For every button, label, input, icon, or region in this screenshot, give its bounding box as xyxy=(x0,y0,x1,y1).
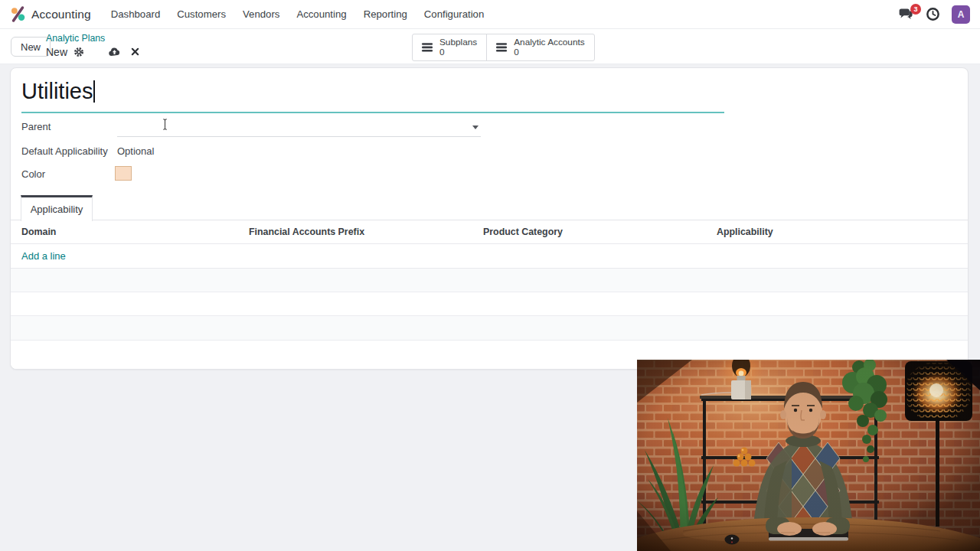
empty-table-row xyxy=(11,269,968,292)
breadcrumb-analytic-plans[interactable]: Analytic Plans xyxy=(46,34,139,44)
menu-customers[interactable]: Customers xyxy=(168,2,234,27)
notebook-tab-strip: Applicability xyxy=(11,195,968,220)
tab-applicability[interactable]: Applicability xyxy=(21,195,93,221)
vignette xyxy=(637,360,980,551)
text-cursor-pointer xyxy=(162,118,168,134)
messages-count-badge: 3 xyxy=(910,4,921,15)
menu-configuration[interactable]: Configuration xyxy=(416,2,492,27)
field-row-parent: Parent xyxy=(11,117,547,139)
stat-value: 0 xyxy=(439,47,477,57)
user-avatar[interactable]: A xyxy=(952,5,970,24)
plan-name-input[interactable]: Utilities xyxy=(21,78,95,104)
column-header-applicability: Applicability xyxy=(717,227,968,237)
parent-field-label: Parent xyxy=(21,117,51,137)
top-nav-bar: Accounting Dashboard Customers Vendors A… xyxy=(0,0,980,29)
column-header-domain: Domain xyxy=(11,227,249,237)
plan-name-value: Utilities xyxy=(21,79,93,103)
table-header-row: Domain Financial Accounts Prefix Product… xyxy=(11,220,968,244)
record-actions-button[interactable] xyxy=(74,47,84,57)
control-panel: New Analytic Plans New xyxy=(0,29,980,64)
column-header-product-category: Product Category xyxy=(483,227,717,237)
empty-table-row xyxy=(11,292,968,316)
breadcrumb-current: New xyxy=(46,46,67,58)
form-sheet: Utilities Parent Default Applicability O… xyxy=(10,67,969,370)
stat-label: Analytic Accounts xyxy=(514,37,584,47)
breadcrumb: Analytic Plans New xyxy=(46,34,139,58)
cloud-upload-icon xyxy=(108,47,121,57)
new-record-button[interactable]: New xyxy=(11,37,51,57)
list-bars-icon xyxy=(422,42,433,53)
list-bars-icon xyxy=(496,42,508,53)
empty-table-row xyxy=(11,316,968,341)
activities-button[interactable] xyxy=(926,7,940,21)
default-applicability-value[interactable]: Optional xyxy=(117,142,154,161)
systray: 3 A xyxy=(899,5,970,24)
parent-field-input[interactable] xyxy=(117,117,481,137)
x-icon xyxy=(131,47,139,56)
messages-button[interactable]: 3 xyxy=(899,8,914,21)
column-header-financial-accounts-prefix: Financial Accounts Prefix xyxy=(249,227,483,237)
logo-glyph xyxy=(11,7,25,21)
text-caret xyxy=(93,80,95,103)
stat-button-subplans[interactable]: Subplans 0 xyxy=(413,34,486,60)
menu-dashboard[interactable]: Dashboard xyxy=(103,2,169,27)
field-row-default-applicability: Default Applicability Optional xyxy=(11,142,547,163)
applicability-table: Domain Financial Accounts Prefix Product… xyxy=(11,220,968,369)
stat-label: Subplans xyxy=(439,37,477,47)
field-row-color: Color xyxy=(11,165,547,186)
gear-icon xyxy=(74,47,84,57)
add-line-row: Add a line xyxy=(11,244,968,269)
discard-changes-button[interactable] xyxy=(131,47,139,56)
stat-value: 0 xyxy=(514,47,584,57)
color-field-label: Color xyxy=(21,165,45,184)
stat-button-analytic-accounts[interactable]: Analytic Accounts 0 xyxy=(486,34,593,60)
caret-down-icon[interactable] xyxy=(472,126,479,129)
main-menu: Dashboard Customers Vendors Accounting R… xyxy=(103,2,493,27)
title-underline xyxy=(21,112,724,113)
default-applicability-label: Default Applicability xyxy=(21,142,108,161)
webcam-video-overlay xyxy=(637,360,980,551)
clock-icon xyxy=(926,7,940,21)
menu-vendors[interactable]: Vendors xyxy=(234,2,288,27)
add-a-line-link[interactable]: Add a line xyxy=(21,250,66,262)
app-name[interactable]: Accounting xyxy=(31,8,91,21)
menu-reporting[interactable]: Reporting xyxy=(355,2,416,27)
save-record-button[interactable] xyxy=(108,47,121,57)
menu-accounting[interactable]: Accounting xyxy=(288,2,354,27)
odoo-accounting-logo-icon[interactable] xyxy=(11,7,25,21)
stat-button-group: Subplans 0 Analytic Accounts 0 xyxy=(412,34,595,61)
color-swatch[interactable] xyxy=(115,166,132,181)
